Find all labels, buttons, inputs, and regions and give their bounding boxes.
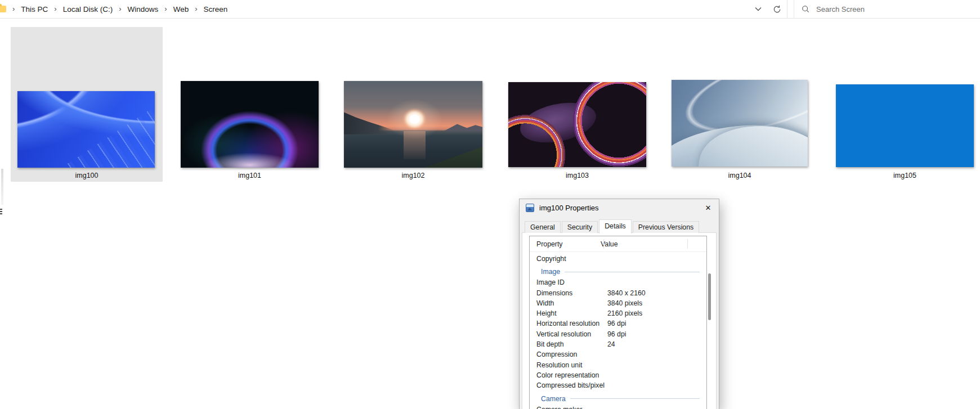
properties-list: Property Value Copyright Image Image ID xyxy=(529,236,707,409)
property-row-width[interactable]: Width 3840 pixels xyxy=(530,298,706,308)
breadcrumb-item-windows[interactable]: Windows xyxy=(128,5,159,14)
property-row-horizontal-resolution[interactable]: Horizontal resolution 96 dpi xyxy=(530,318,706,329)
left-pane-text-artifact xyxy=(0,209,2,214)
file-name-label[interactable]: img104 xyxy=(672,171,808,180)
file-thumbnail-img100[interactable] xyxy=(17,91,155,168)
breadcrumb-item-this-pc[interactable]: This PC xyxy=(21,5,48,14)
property-row-bit-depth[interactable]: Bit depth 24 xyxy=(530,339,706,349)
mountain-silhouette xyxy=(344,112,408,134)
file-thumbnail-img101[interactable] xyxy=(181,81,319,168)
file-thumbnail-img103[interactable] xyxy=(508,82,646,167)
property-row-resolution-unit[interactable]: Resolution unit xyxy=(530,360,706,370)
property-row-color-representation[interactable]: Color representation xyxy=(530,370,706,380)
search-icon xyxy=(802,5,809,13)
dialog-title: img100 Properties xyxy=(539,204,700,212)
breadcrumb-separator: › xyxy=(12,5,15,13)
breadcrumb: › This PC › Local Disk (C:) › Windows › … xyxy=(0,0,227,18)
file-name-label[interactable]: img103 xyxy=(508,171,646,180)
breadcrumb-separator: › xyxy=(119,5,121,13)
property-row-vertical-resolution[interactable]: Vertical resolution 96 dpi xyxy=(530,329,706,339)
breadcrumb-item-web[interactable]: Web xyxy=(173,5,189,14)
breadcrumb-separator: › xyxy=(195,5,197,13)
explorer-toolbar: › This PC › Local Disk (C:) › Windows › … xyxy=(0,0,980,19)
list-header: Property Value xyxy=(530,236,706,252)
chevron-down-icon[interactable] xyxy=(752,0,764,18)
wallpaper-streaks xyxy=(61,106,155,168)
properties-dialog: img100 Properties ✕ General Security Det… xyxy=(519,199,719,409)
section-header-image: Image xyxy=(530,266,706,277)
file-name-label[interactable]: img101 xyxy=(181,171,319,180)
search-input[interactable] xyxy=(815,5,947,14)
property-rows: Copyright Image Image ID Dimensions 3840… xyxy=(530,254,706,409)
file-thumbnail-img104[interactable] xyxy=(672,80,808,167)
folder-icon xyxy=(0,6,6,12)
file-thumbnail-img105[interactable] xyxy=(836,84,974,167)
tab-general[interactable]: General xyxy=(525,221,561,233)
column-header-property[interactable]: Property xyxy=(530,240,601,248)
dialog-tabs: General Security Details Previous Versio… xyxy=(525,219,700,233)
mountain-silhouette xyxy=(444,122,482,131)
breadcrumb-separator: › xyxy=(54,5,56,13)
property-row-copyright[interactable]: Copyright xyxy=(530,254,706,264)
breadcrumb-separator: › xyxy=(164,5,167,13)
column-header-value[interactable]: Value xyxy=(601,240,706,248)
breadcrumb-item-local-disk-c[interactable]: Local Disk (C:) xyxy=(63,5,113,14)
refresh-icon[interactable] xyxy=(770,0,784,18)
tab-details[interactable]: Details xyxy=(599,219,632,233)
column-divider[interactable] xyxy=(687,239,688,249)
sun-reflection xyxy=(404,131,426,159)
tab-security[interactable]: Security xyxy=(562,221,598,233)
property-row-compressed-bits-pixel[interactable]: Compressed bits/pixel xyxy=(530,380,706,390)
file-name-label[interactable]: img102 xyxy=(344,171,482,180)
column-divider[interactable] xyxy=(603,239,604,249)
breadcrumb-item-screen[interactable]: Screen xyxy=(204,5,228,14)
section-divider-line xyxy=(565,272,700,272)
search-box[interactable] xyxy=(802,0,947,18)
file-thumbnail-img102[interactable] xyxy=(344,81,482,168)
property-row-camera-maker[interactable]: Camera maker xyxy=(530,404,706,409)
dialog-titlebar: img100 Properties ✕ xyxy=(520,199,719,216)
section-header-camera: Camera xyxy=(530,393,706,404)
file-name-label[interactable]: img100 xyxy=(11,171,163,180)
details-tab-page: Property Value Copyright Image Image ID xyxy=(522,232,717,409)
section-divider-line xyxy=(570,398,700,399)
property-row-image-id[interactable]: Image ID xyxy=(530,277,706,287)
property-row-dimensions[interactable]: Dimensions 3840 x 2160 xyxy=(530,288,706,298)
scrollbar-thumb[interactable] xyxy=(708,273,711,320)
left-pane-edge-artifact xyxy=(1,169,3,205)
river-bank xyxy=(424,147,482,168)
tab-previous-versions[interactable]: Previous Versions xyxy=(633,221,699,233)
file-name-label[interactable]: img105 xyxy=(836,171,974,180)
property-row-height[interactable]: Height 2160 pixels xyxy=(530,308,706,318)
toolbar-divider xyxy=(794,0,794,18)
property-row-compression[interactable]: Compression xyxy=(530,349,706,359)
toolbar-divider xyxy=(787,0,787,18)
close-icon[interactable]: ✕ xyxy=(700,201,717,214)
image-file-icon xyxy=(526,204,534,212)
